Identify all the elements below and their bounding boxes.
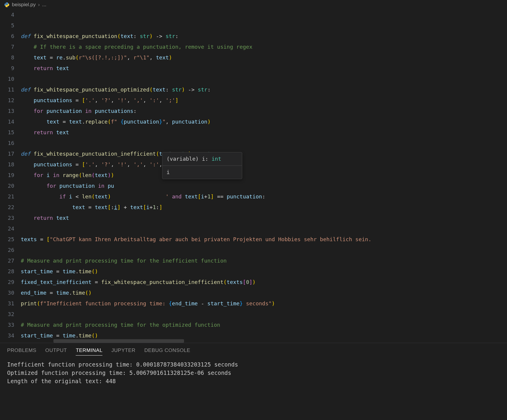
line-number: 10 [0, 74, 14, 84]
terminal-output[interactable]: Inefficient function processing time: 0.… [0, 359, 507, 387]
code-line[interactable]: print(f"Inefficient function processing … [21, 298, 507, 309]
line-number: 28 [0, 266, 14, 277]
line-number: 6 [0, 31, 14, 42]
line-number: 24 [0, 223, 14, 234]
code-line[interactable] [21, 74, 507, 84]
line-number: 18 [0, 159, 14, 170]
code-line[interactable] [21, 245, 507, 255]
line-number: 9 [0, 63, 14, 74]
line-number: 29 [0, 277, 14, 288]
code-line[interactable]: return text [21, 213, 507, 223]
code-line[interactable]: text = text[:i] + text[i+1:] [21, 202, 507, 213]
code-line[interactable]: # Measure and print processing time for … [21, 255, 507, 266]
code-line[interactable]: text = re.sub(r"\s([?.!,:;])", r"\1", te… [21, 52, 507, 63]
line-number: 33 [0, 320, 14, 330]
line-number: 11 [0, 84, 14, 95]
code-line[interactable] [21, 138, 507, 149]
line-number: 7 [0, 42, 14, 52]
code-line[interactable]: punctuations = ['.', '?', '!', ',', ':',… [21, 95, 507, 106]
line-number: 20 [0, 181, 14, 191]
code-line[interactable]: # Measure and print processing time for … [21, 320, 507, 330]
line-number: 13 [0, 106, 14, 116]
code-line[interactable]: start_time = time.time() [21, 266, 507, 277]
code-line[interactable]: def fix_whitespace_punctuation(text: str… [21, 31, 507, 42]
breadcrumb[interactable]: beispiel.py › ... [0, 0, 507, 10]
code-line[interactable] [21, 309, 507, 320]
panel-tab-jupyter[interactable]: JUPYTER [111, 348, 135, 356]
code-line[interactable]: return text [21, 63, 507, 74]
hover-signature: (variable) i: int [162, 152, 242, 166]
code-line[interactable]: # If there is a space preceding a punctu… [21, 42, 507, 52]
panel-tab-problems[interactable]: PROBLEMS [7, 348, 36, 356]
line-number: 21 [0, 191, 14, 202]
line-number: 5 [0, 20, 14, 31]
line-number: 19 [0, 170, 14, 181]
line-number: 16 [0, 138, 14, 149]
code-line[interactable] [21, 223, 507, 234]
code-line[interactable]: def fix_whitespace_punctuation_optimized… [21, 84, 507, 95]
intellisense-hover[interactable]: (variable) i: int i [162, 152, 242, 179]
code-line[interactable]: for punctuation in pu [21, 181, 507, 191]
horizontal-scrollbar[interactable] [53, 339, 184, 343]
line-number: 32 [0, 309, 14, 320]
line-number: 34 [0, 330, 14, 341]
code-line[interactable]: if i < len(text) ' and text[i+1] == punc… [21, 191, 507, 202]
code-line[interactable]: texts = ["ChatGPT kann Ihren Arbeitsallt… [21, 234, 507, 245]
line-number: 4 [0, 10, 14, 20]
line-number: 23 [0, 213, 14, 223]
code-line[interactable]: for i in range(len(text)) [21, 170, 507, 181]
breadcrumb-more[interactable]: ... [42, 2, 46, 8]
breadcrumb-file[interactable]: beispiel.py [12, 2, 36, 8]
python-file-icon [4, 2, 9, 7]
hover-suggestion[interactable]: i [162, 166, 242, 179]
code-line[interactable]: fixed_text_inefficient = fix_whitespace_… [21, 277, 507, 288]
code-line[interactable]: return text [21, 127, 507, 138]
panel-tab-debug-console[interactable]: DEBUG CONSOLE [144, 348, 190, 356]
line-number: 8 [0, 52, 14, 63]
code-line[interactable]: def fix_whitespace_punctuation_inefficie… [21, 149, 507, 159]
code-line[interactable]: for punctuation in punctuations: [21, 106, 507, 116]
line-number: 31 [0, 298, 14, 309]
code-content[interactable]: def fix_whitespace_punctuation(text: str… [21, 10, 507, 343]
line-number: 22 [0, 202, 14, 213]
panel-tab-output[interactable]: OUTPUT [45, 348, 67, 356]
code-line[interactable]: end_time = time.time() [21, 288, 507, 298]
line-number: 17 [0, 149, 14, 159]
line-number: 12 [0, 95, 14, 106]
line-number: 14 [0, 116, 14, 127]
code-line[interactable]: punctuations = ['.', '?', '!', ',', ':',… [21, 159, 507, 170]
line-number: 30 [0, 288, 14, 298]
bottom-panel: PROBLEMSOUTPUTTERMINALJUPYTERDEBUG CONSO… [0, 343, 507, 420]
line-number: 27 [0, 255, 14, 266]
line-number: 15 [0, 127, 14, 138]
panel-tabs: PROBLEMSOUTPUTTERMINALJUPYTERDEBUG CONSO… [0, 346, 507, 359]
panel-tab-terminal[interactable]: TERMINAL [76, 348, 102, 356]
line-number-gutter: 4567891011121314151617181920212223242526… [0, 10, 21, 343]
line-number: 26 [0, 245, 14, 255]
code-line[interactable]: text = text.replace(f" {punctuation}", p… [21, 116, 507, 127]
line-number: 35 [0, 341, 14, 343]
editor-area[interactable]: 4567891011121314151617181920212223242526… [0, 10, 507, 343]
chevron-right-icon: › [38, 2, 40, 8]
line-number: 25 [0, 234, 14, 245]
